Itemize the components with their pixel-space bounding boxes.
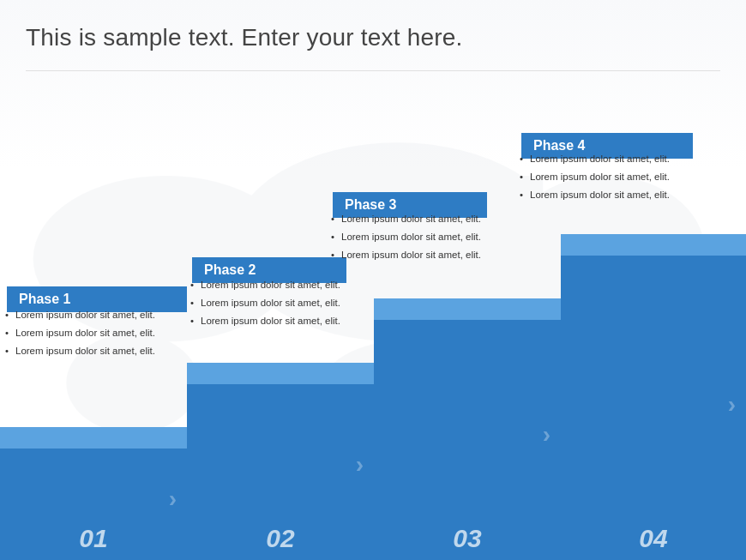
list-item: Lorem ipsum dolor sit amet, elit. [333,213,491,226]
phase-1-bullets: Lorem ipsum dolor sit amet, elit. Lorem … [7,309,183,363]
step-2-face: › 02 [187,384,374,560]
list-item: Lorem ipsum dolor sit amet, elit. [521,171,710,184]
step-2-top [187,363,374,384]
step-1-face: › 01 [0,449,187,560]
step-3-face: › 03 [374,320,561,560]
list-item: Lorem ipsum dolor sit amet, elit. [521,153,710,166]
list-item: Lorem ipsum dolor sit amet, elit. [521,189,710,202]
list-item: Lorem ipsum dolor sit amet, elit. [192,315,351,328]
list-item: Lorem ipsum dolor sit amet, elit. [192,297,351,310]
step-2-arrow: › [356,451,364,479]
step-4-top [561,234,746,256]
step-2-number: 02 [266,524,294,553]
step-1: › 01 [0,427,187,560]
step-4-face: › 04 [561,256,746,560]
step-1-number: 01 [79,524,107,553]
title-area: This is sample text. Enter your text her… [26,24,720,51]
svg-rect-7 [290,167,323,192]
list-item: Lorem ipsum dolor sit amet, elit. [192,279,351,292]
step-4-arrow: › [728,391,736,418]
step-3-top [374,298,561,320]
phase-3-bullets: Lorem ipsum dolor sit amet, elit. Lorem … [333,213,491,267]
step-3-arrow: › [543,421,550,449]
title-divider [26,70,720,71]
slide-title: This is sample text. Enter your text her… [26,24,720,51]
phase-2-bullets: Lorem ipsum dolor sit amet, elit. Lorem … [192,279,351,333]
list-item: Lorem ipsum dolor sit amet, elit. [7,327,183,340]
step-1-arrow: › [169,485,177,513]
step-4: › 04 [561,234,746,560]
list-item: Lorem ipsum dolor sit amet, elit. [7,345,183,358]
step-2: › 02 [187,363,374,560]
list-item: Lorem ipsum dolor sit amet, elit. [333,231,491,244]
phase-4-bullets: Lorem ipsum dolor sit amet, elit. Lorem … [521,153,710,207]
list-item: Lorem ipsum dolor sit amet, elit. [7,309,183,322]
step-4-number: 04 [639,524,667,553]
slide: This is sample text. Enter your text her… [0,0,746,560]
step-1-top [0,427,187,449]
list-item: Lorem ipsum dolor sit amet, elit. [333,249,491,262]
step-3-number: 03 [453,524,481,553]
step-3: › 03 [374,298,561,560]
